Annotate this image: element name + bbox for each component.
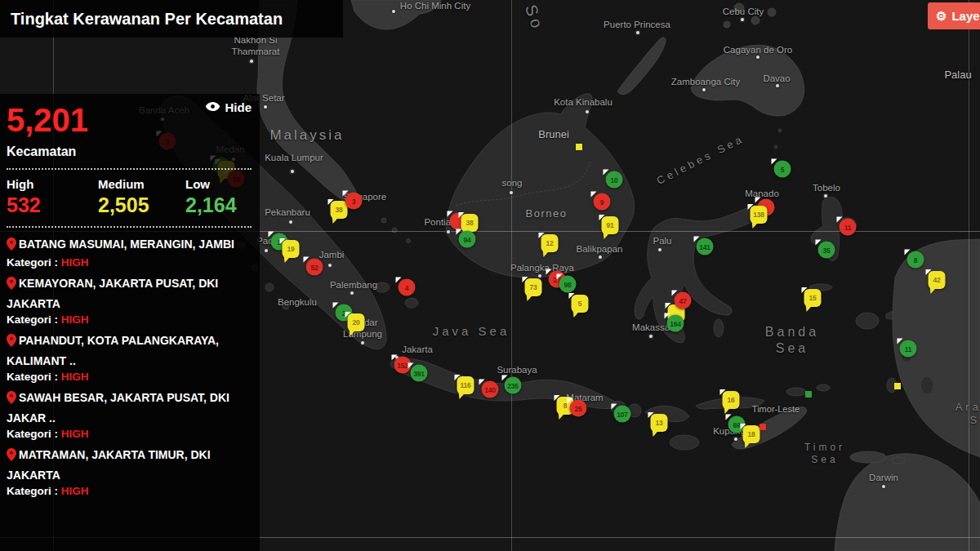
map-marker-yellow[interactable]: 16	[723, 391, 740, 409]
map-label: Palangka Raya	[510, 262, 574, 273]
city-dot	[776, 84, 779, 87]
list-item-name: BATANG MASUMAI, MERANGIN, JAMBI	[7, 235, 252, 256]
graticule-vline	[969, 0, 969, 551]
city-dot	[599, 256, 602, 259]
map-marker-red[interactable]: 52	[306, 259, 323, 276]
map-marker-yellow[interactable]: 38	[461, 214, 479, 232]
list-item[interactable]: PAHANDUT, KOTA PALANGKARAYA, KALIMANT ..…	[7, 331, 252, 383]
map-label: Jambi	[319, 249, 345, 260]
map-marker-yellow[interactable]	[894, 383, 901, 389]
map-marker-green[interactable]: 10	[606, 171, 623, 189]
map-label: TimorSea	[804, 442, 845, 466]
title-bar: Tingkat Kerawanan Per Kecamatan	[0, 0, 343, 38]
map-marker-green[interactable]: 35	[818, 242, 835, 259]
map-marker-yellow[interactable]: 91	[602, 216, 619, 234]
map-label: Puerto Princesa	[604, 19, 670, 30]
city-dot	[392, 10, 395, 13]
city-dot	[702, 88, 706, 91]
map-marker-green[interactable]: 164	[667, 315, 684, 332]
layer-button[interactable]: ⚙ Layer	[928, 2, 980, 29]
city-dot	[538, 274, 541, 278]
city-dot	[756, 56, 760, 59]
map-marker-green[interactable]: 94	[459, 231, 476, 248]
map-marker-yellow[interactable]: 42	[929, 271, 946, 289]
map-marker-green[interactable]: 5	[774, 161, 791, 178]
list-item-category: Kategori : HIGH	[7, 428, 252, 440]
map-label: Kuala Lumpur	[265, 152, 323, 163]
map-marker-red[interactable]: 3	[345, 193, 363, 210]
city-dot	[658, 248, 662, 251]
map-marker-yellow[interactable]: 73	[525, 278, 542, 296]
map-marker-red[interactable]: 4	[399, 279, 416, 296]
map-label: Kota Kinabalu	[554, 96, 612, 108]
city-dot	[361, 341, 364, 344]
map-label: song	[502, 177, 523, 189]
map-marker-red[interactable]	[760, 424, 766, 430]
page-title: Tingkat Kerawanan Per Kecamatan	[11, 10, 283, 29]
map-marker-yellow[interactable]: 12	[541, 234, 559, 252]
dotted-divider	[7, 168, 252, 170]
map-marker-red[interactable]: 11	[840, 219, 857, 236]
map-label: Timor-Leste	[752, 404, 800, 415]
map-marker-yellow[interactable]: 13	[651, 414, 668, 432]
map-marker-red[interactable]: 9	[594, 193, 611, 211]
city-dot	[250, 60, 253, 63]
stat-label: Low	[185, 177, 252, 191]
map-marker-red[interactable]: 25	[570, 400, 587, 417]
map-label: Java Sea	[433, 324, 510, 340]
map-marker-green[interactable]	[805, 391, 812, 398]
city-dot	[291, 170, 294, 173]
list-item[interactable]: BATANG MASUMAI, MERANGIN, JAMBIKategori …	[7, 235, 252, 269]
city-dot	[824, 194, 827, 198]
city-dot	[447, 230, 450, 233]
list-item[interactable]: SAWAH BESAR, JAKARTA PUSAT, DKI JAKAR ..…	[7, 389, 252, 440]
map-label: Cebu City	[723, 6, 764, 17]
pin-icon	[7, 391, 16, 409]
map-marker-green[interactable]: 141	[697, 238, 714, 256]
map-label: Bengkulu	[278, 296, 317, 308]
map-label: Brunei	[538, 128, 569, 141]
list-item-category: Kategori : HIGH	[7, 313, 252, 326]
map-marker-yellow[interactable]: 138	[751, 206, 768, 224]
dotted-divider	[7, 226, 252, 228]
city-dot	[636, 31, 639, 34]
map-label: Palu	[653, 235, 671, 247]
stat-low: Low2,164	[185, 177, 252, 217]
list-item-category: Kategori : HIGH	[7, 485, 252, 497]
stat-high: High532	[7, 177, 98, 217]
map-label: ArafuraSea	[956, 401, 980, 428]
list-item-category: Kategori : HIGH	[7, 256, 252, 269]
map-marker-yellow[interactable]: 116	[457, 376, 474, 394]
map-label: Ho Chi Minh City	[400, 0, 470, 11]
city-dot	[289, 220, 292, 224]
map-marker-green[interactable]: 98	[559, 276, 577, 293]
map-marker-yellow[interactable]: 18	[743, 425, 760, 443]
list-item[interactable]: MATRAMAN, JAKARTA TIMUR, DKI JAKARTAKate…	[7, 446, 252, 497]
city-dot	[649, 335, 653, 338]
stat-value: 532	[7, 193, 98, 217]
map-marker-yellow[interactable]	[576, 144, 582, 150]
map-marker-yellow[interactable]: 20	[348, 313, 365, 331]
map-marker-yellow[interactable]: 5	[572, 295, 589, 313]
map-label: Manado	[745, 188, 779, 199]
map-label: Palau	[944, 69, 971, 82]
map-marker-green[interactable]: 107	[614, 406, 631, 423]
map-marker-yellow[interactable]: 19	[283, 240, 300, 258]
hide-button[interactable]: Hide	[205, 100, 252, 114]
map-marker-green[interactable]: 8	[907, 251, 924, 269]
map-label: Zamboanga City	[671, 76, 740, 87]
map-marker-green[interactable]: 391	[411, 365, 428, 382]
map-marker-green[interactable]: 235	[505, 377, 522, 394]
list-item[interactable]: KEMAYORAN, JAKARTA PUSAT, DKI JAKARTAKat…	[7, 274, 252, 326]
pin-icon	[7, 448, 16, 466]
map-marker-red[interactable]: 140	[482, 381, 499, 398]
map-marker-red[interactable]: 47	[675, 292, 692, 309]
list-item-name: PAHANDUT, KOTA PALANGKARAYA, KALIMANT ..	[7, 331, 252, 370]
map-marker-yellow[interactable]: 15	[804, 289, 822, 307]
city-dot	[265, 249, 268, 252]
hide-button-label: Hide	[225, 100, 252, 114]
pin-icon	[7, 334, 16, 352]
map-label: Davao	[763, 73, 790, 84]
stat-value: 2,164	[185, 193, 252, 217]
map-marker-green[interactable]: 11	[900, 340, 917, 358]
